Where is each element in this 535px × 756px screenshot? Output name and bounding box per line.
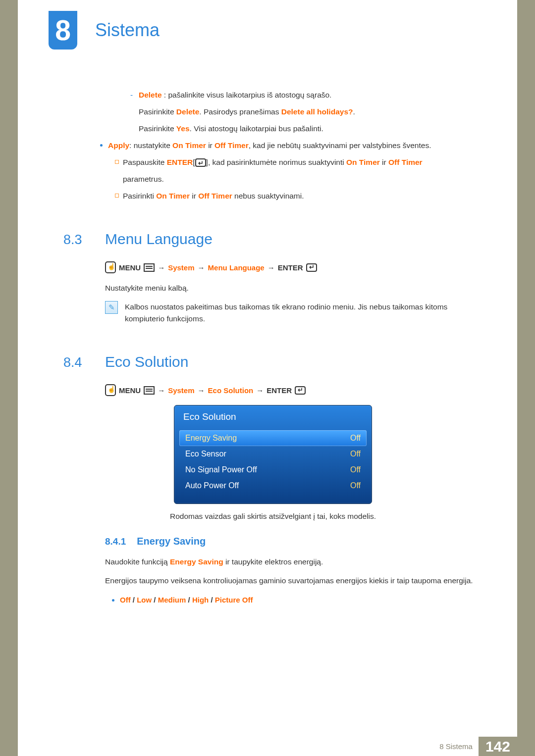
body-83-1: Nustatykite meniu kalbą. xyxy=(63,282,482,294)
body-841-2: Energijos taupymo veiksena kontroliuojam… xyxy=(63,575,482,587)
section-number: 8.3 xyxy=(63,232,105,248)
nav-path-83: MENU → System → Menu Language → ENTER xyxy=(63,261,482,273)
sq-item-2: Pasirinkti On Timer ir Off Timer nebus s… xyxy=(63,190,482,202)
osd-body: Energy Saving Off Eco Sensor Off No Sign… xyxy=(174,427,372,504)
osd-row-label: Auto Power Off xyxy=(185,481,239,490)
section-title: Eco Solution xyxy=(105,353,188,370)
enter-icon xyxy=(195,158,206,167)
apply-item: Apply: nustatykite On Timer ir Off Timer… xyxy=(63,140,482,151)
osd-row-label: Energy Saving xyxy=(185,434,237,443)
chapter-number-badge: 8 xyxy=(49,11,77,50)
osd-menu: Eco Solution Energy Saving Off Eco Senso… xyxy=(174,405,372,504)
enter-icon xyxy=(306,263,317,272)
delete-desc: : pašalinkite visus laikotarpius iš atos… xyxy=(162,91,332,99)
page-content: Delete : pašalinkite visus laikotarpius … xyxy=(18,50,517,604)
subsection-8-4-1: 8.4.1 Energy Saving xyxy=(63,536,482,547)
hand-icon xyxy=(105,261,116,273)
delete-line2: Pasirinkite Delete. Pasirodys pranešimas… xyxy=(63,106,482,118)
osd-row-energy-saving[interactable]: Energy Saving Off xyxy=(179,430,367,446)
osd-row-value: Off xyxy=(350,481,361,490)
section-number: 8.4 xyxy=(63,355,105,370)
osd-row-value: Off xyxy=(350,434,361,443)
nav-path-84: MENU → System → Eco Solution → ENTER xyxy=(63,384,482,396)
section-8-4: 8.4 Eco Solution xyxy=(63,353,482,370)
osd-row-label: No Signal Power Off xyxy=(185,465,257,474)
subsection-number: 8.4.1 xyxy=(105,536,126,547)
footer-page-number: 142 xyxy=(479,737,517,756)
note-83: ✎ Kalbos nuostatos pakeitimas bus taikom… xyxy=(63,301,482,325)
document-page: 8 Sistema Delete : pašalinkite visus lai… xyxy=(18,0,517,756)
menu-icon xyxy=(144,263,155,272)
osd-row-eco-sensor[interactable]: Eco Sensor Off xyxy=(179,446,367,462)
note-text: Kalbos nuostatos pakeitimas bus taikomas… xyxy=(125,301,482,325)
section-8-3: 8.3 Menu Language xyxy=(63,231,482,248)
sq-item-1: Paspauskite ENTER[], kad pasirinktumėte … xyxy=(63,156,482,168)
note-icon: ✎ xyxy=(105,301,118,314)
enter-icon xyxy=(295,386,306,395)
footer-chapter-label: 8 Sistema xyxy=(433,737,479,756)
osd-header: Eco Solution xyxy=(174,405,372,427)
delete-label: Delete xyxy=(139,91,162,99)
chapter-header: 8 Sistema xyxy=(18,0,517,50)
osd-row-no-signal[interactable]: No Signal Power Off Off xyxy=(179,462,367,478)
osd-row-label: Eco Sensor xyxy=(185,450,226,458)
delete-item: Delete : pašalinkite visus laikotarpius … xyxy=(63,89,482,101)
page-footer: 8 Sistema 142 xyxy=(433,737,517,756)
osd-row-auto-power-off[interactable]: Auto Power Off Off xyxy=(179,478,367,494)
osd-row-value: Off xyxy=(350,450,361,458)
osd-caption: Rodomas vaizdas gali skirtis atsižvelgia… xyxy=(63,512,482,521)
menu-icon xyxy=(144,386,155,395)
subsection-title: Energy Saving xyxy=(137,536,206,547)
osd-row-value: Off xyxy=(350,465,361,474)
delete-line3: Pasirinkite Yes. Visi atostogų laikotarp… xyxy=(63,123,482,135)
sq-item-1b: parametrus. xyxy=(63,173,482,185)
options-line: Off / Low / Medium / High / Picture Off xyxy=(63,596,482,604)
hand-icon xyxy=(105,384,116,396)
body-841-1: Naudokite funkciją Energy Saving ir taup… xyxy=(63,556,482,568)
chapter-title: Sistema xyxy=(95,20,160,41)
section-title: Menu Language xyxy=(105,231,213,248)
